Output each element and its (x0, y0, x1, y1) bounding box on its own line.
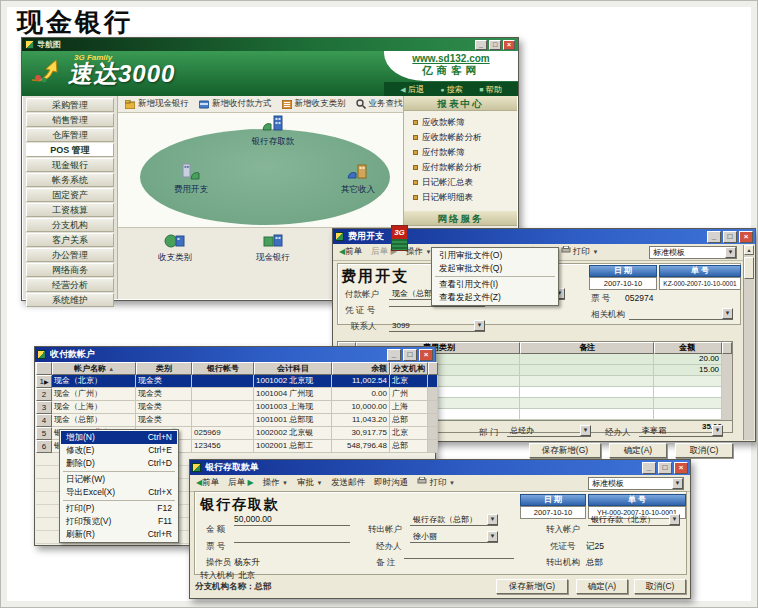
template-select[interactable]: 标准模板▼ (649, 246, 737, 259)
note-input[interactable] (404, 547, 514, 559)
report-link[interactable]: 应付款帐龄分析 (413, 160, 515, 175)
business-search-button[interactable]: 业务查找 (356, 98, 403, 110)
report-link[interactable]: 应收款帐簿 (413, 115, 515, 130)
maximize-icon[interactable]: □ (403, 349, 417, 361)
sidebar-item[interactable]: 网络商务 (26, 263, 114, 277)
menu-item-print-preview[interactable]: 打印预览(V)F11 (61, 515, 177, 528)
menu-item-print[interactable]: 打印(P)F12 (61, 502, 177, 515)
ok-button[interactable]: 确定(A) (576, 579, 628, 594)
sidebar-item[interactable]: 采购管理 (26, 98, 114, 112)
contact-select[interactable]: 3099▼ (389, 319, 485, 332)
node-categories[interactable]: 收支类别 (140, 233, 210, 264)
sidebar-item[interactable]: 工资核算 (26, 203, 114, 217)
ticket-input[interactable] (234, 531, 350, 543)
next-doc-button[interactable]: 后单 ▶ (228, 477, 254, 489)
menu-item[interactable]: 查看发起文件(Z) (433, 291, 557, 304)
ok-button[interactable]: 确定(A) (609, 443, 667, 458)
report-link[interactable]: 应收款帐龄分析 (413, 130, 515, 145)
new-category-button[interactable]: 新增收支类别 (282, 98, 346, 110)
in-account-select[interactable]: 银行存款（北京）▼ (588, 513, 680, 526)
sidebar-item[interactable]: 办公管理 (26, 248, 114, 262)
back-button[interactable]: ◀ 后退 (400, 84, 424, 95)
close-icon[interactable]: × (419, 349, 433, 361)
menu-item[interactable]: 引用审批文件(O) (433, 249, 557, 262)
sidebar-item[interactable]: 现金银行 (26, 158, 114, 172)
sidebar-item[interactable]: 经营分析 (26, 278, 114, 292)
cancel-button[interactable]: 取消(C) (675, 443, 733, 458)
table-row[interactable]: 4 现金（总部） 现金类 1001001 总部现 11,043.20 总部 (36, 414, 434, 427)
close-icon[interactable]: × (739, 231, 753, 243)
print-button[interactable]: 打印 ▼ (561, 246, 599, 258)
menu-item-export[interactable]: 导出Excel(X)Ctrl+X (61, 486, 177, 499)
menu-item[interactable]: 查看引用文件(I) (433, 278, 557, 291)
sidebar-item[interactable]: 客户关系 (26, 233, 114, 247)
table-row[interactable]: 1 现金（北京） 现金类 1001002 北京现 11,002.54 北京 (36, 375, 434, 388)
send-mail-button[interactable]: 发送邮件 (331, 477, 365, 489)
menu-item-refresh[interactable]: 刷新(R)Ctrl+R (61, 528, 177, 541)
table-row[interactable]: 3 现金（上海） 现金类 1001003 上海现 10,000.00 上海 (36, 401, 434, 414)
table-row[interactable]: 2 现金（广州） 现金类 1001004 广州现 0.00 广州 (36, 388, 434, 401)
prev-doc-button[interactable]: ◀前单 (339, 246, 362, 258)
template-select[interactable]: 标准模板▼ (588, 477, 684, 490)
save-new-button[interactable]: 保存新增(G) (496, 579, 568, 594)
menu-item[interactable]: 发起审批文件(Q) (433, 262, 557, 275)
approve-menu-button[interactable]: 审批 ▼ (297, 477, 322, 489)
maximize-icon[interactable]: □ (723, 231, 737, 243)
im-button[interactable]: 即时沟通 (374, 477, 408, 489)
menu-item-add[interactable]: 增加(N)Ctrl+N (61, 431, 177, 444)
site-link[interactable]: 亿商客网 (384, 64, 518, 78)
website-link[interactable]: www.sd132.com (384, 53, 518, 64)
col-account-name[interactable]: 帐户名称 ▲ (52, 362, 136, 375)
close-icon[interactable]: × (674, 462, 688, 474)
menu-item-edit[interactable]: 修改(E)Ctrl+E (61, 444, 177, 457)
agent-select[interactable]: 徐小丽▼ (410, 530, 498, 543)
report-link[interactable]: 日记帐汇总表 (413, 175, 515, 190)
minimize-icon[interactable]: _ (642, 462, 656, 474)
new-cash-bank-button[interactable]: 新增现金银行 (125, 98, 189, 110)
menu-item-delete[interactable]: 删除(D)Ctrl+D (61, 457, 177, 470)
sidebar-item[interactable]: 系统维护 (26, 293, 114, 307)
node-other-income[interactable]: 其它收入 (321, 163, 395, 196)
operate-menu-button[interactable]: 操作 ▼ (406, 246, 431, 258)
save-new-button[interactable]: 保存新增(G) (529, 443, 601, 458)
search-button[interactable]: ● 搜索 (440, 84, 462, 95)
scroll-up-icon[interactable]: ▲ (744, 245, 754, 255)
help-button[interactable]: ■ 帮助 (479, 84, 501, 95)
col-balance[interactable]: 余额 (332, 362, 390, 375)
operate-menu-button[interactable]: 操作 ▼ (263, 477, 288, 489)
scroll-thumb[interactable] (744, 257, 754, 279)
print-button[interactable]: 打印 ▼ (417, 477, 455, 489)
minimize-icon[interactable]: _ (475, 40, 487, 50)
amount-input[interactable]: 50,000.00 (234, 514, 350, 526)
window-scrollbar[interactable]: ▲ (743, 245, 754, 440)
prev-doc-button[interactable]: ◀前单 (196, 477, 219, 489)
sidebar-item[interactable]: 帐务系统 (26, 173, 114, 187)
sidebar-item[interactable]: 销售管理 (26, 113, 114, 127)
minimize-icon[interactable]: _ (387, 349, 401, 361)
sidebar-item[interactable]: 仓库管理 (26, 128, 114, 142)
new-payment-method-button[interactable]: 新增收付款方式 (199, 98, 272, 110)
col-bank-no[interactable]: 银行帐号 (192, 362, 254, 375)
agent-select[interactable]: 李寒霜▼ (639, 424, 723, 437)
col-subject[interactable]: 会计科目 (254, 362, 332, 375)
report-link[interactable]: 应付款帐簿 (413, 145, 515, 160)
col-type[interactable]: 类别 (136, 362, 192, 375)
maximize-icon[interactable]: □ (658, 462, 672, 474)
related-org-select[interactable]: ▼ (629, 307, 733, 320)
out-account-select[interactable]: 银行存款（总部）▼ (410, 513, 498, 526)
sidebar-item[interactable]: 固定资产 (26, 188, 114, 202)
col-branch[interactable]: 分支机构 (390, 362, 428, 375)
node-cash-bank[interactable]: 现金银行 (238, 233, 308, 264)
sidebar-item[interactable]: POS 管理 (26, 143, 114, 157)
menu-item-journal[interactable]: 日记帐(W) (61, 473, 177, 486)
close-icon[interactable]: × (503, 40, 515, 50)
col-note[interactable]: 备注 (520, 342, 654, 354)
report-link[interactable]: 日记帐明细表 (413, 190, 515, 205)
maximize-icon[interactable]: □ (489, 40, 501, 50)
sidebar-item[interactable]: 分支机构 (26, 218, 114, 232)
col-amount[interactable]: 金额 (654, 342, 722, 354)
dept-select[interactable]: 总经办▼ (507, 424, 591, 437)
node-expense[interactable]: 费用开支 (156, 163, 226, 196)
cancel-button[interactable]: 取消(C) (634, 579, 686, 594)
minimize-icon[interactable]: _ (707, 231, 721, 243)
